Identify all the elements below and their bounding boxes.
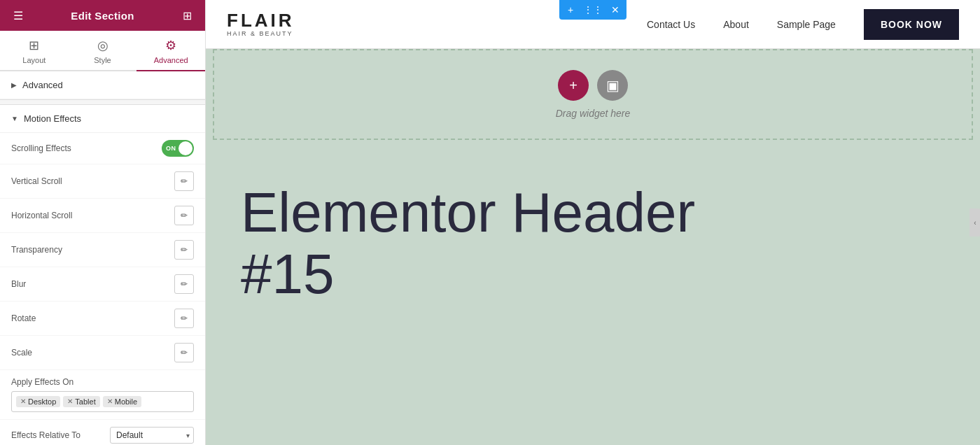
horizontal-scroll-row: Horizontal Scroll ✏ (0, 199, 205, 233)
panel-header-title: Edit Section (71, 10, 134, 22)
left-panel: ☰ Edit Section ⊞ ⊞ Layout ◎ Style ⚙ Adva… (0, 0, 206, 445)
vertical-scroll-row: Vertical Scroll ✏ (0, 164, 205, 199)
vertical-scroll-edit-btn[interactable]: ✏ (174, 171, 194, 191)
logo-subtitle: HAIR & BEAUTY (227, 31, 295, 37)
scale-row: Scale ✏ (0, 336, 205, 370)
layout-icon: ⊞ (29, 38, 39, 53)
scrolling-effects-row: Scrolling Effects ON (0, 133, 205, 164)
horizontal-scroll-label: Horizontal Scroll (11, 211, 72, 220)
big-text-section: Elementor Header #15 (206, 140, 980, 333)
widget-add-folder-btn[interactable]: ▣ (597, 70, 628, 101)
panel-header: ☰ Edit Section ⊞ (0, 0, 205, 31)
motion-effects-header[interactable]: ▼ Motion Effects (0, 105, 205, 133)
tag-mobile-remove[interactable]: ✕ (107, 398, 113, 405)
toggle-on-text: ON (166, 145, 176, 152)
tag-desktop-remove[interactable]: ✕ (20, 398, 26, 405)
tag-tablet-remove[interactable]: ✕ (67, 398, 73, 405)
drag-widget-text: Drag widget here (556, 108, 631, 119)
tab-layout-label: Layout (22, 56, 46, 64)
transparency-label: Transparency (11, 245, 62, 255)
rotate-label: Rotate (11, 313, 36, 323)
scrolling-effects-toggle-wrap[interactable]: ON (162, 140, 194, 157)
heading-line2: #15 (241, 243, 334, 305)
effects-relative-row: Effects Relative To Default Viewport Pag… (0, 420, 205, 445)
apply-effects-section: Apply Effects On ✕ Desktop ✕ Tablet ✕ Mo… (0, 370, 205, 420)
motion-effects-label: Motion Effects (24, 113, 81, 124)
apply-effects-tags-input[interactable]: ✕ Desktop ✕ Tablet ✕ Mobile (11, 391, 194, 412)
panel-body: ▶ Advanced ▼ Motion Effects Scrolling Ef… (0, 71, 205, 445)
canvas-controls: + ⋮⋮ ✕ (559, 0, 626, 20)
tag-desktop-label: Desktop (28, 397, 56, 406)
rotate-edit-btn[interactable]: ✏ (174, 309, 194, 328)
rotate-row: Rotate ✏ (0, 302, 205, 336)
widget-add-btns: + ▣ (558, 70, 628, 101)
tab-advanced-label: Advanced (154, 56, 188, 64)
tab-style[interactable]: ◎ Style (69, 31, 137, 71)
scale-label: Scale (11, 348, 32, 358)
widget-area: + ▣ Drag widget here (213, 49, 973, 140)
blur-label: Blur (11, 279, 26, 289)
scale-edit-btn[interactable]: ✏ (174, 343, 194, 362)
blur-edit-btn[interactable]: ✏ (174, 274, 194, 294)
advanced-section-row[interactable]: ▶ Advanced (0, 71, 205, 99)
folder-icon: ▣ (606, 77, 620, 94)
grid-icon[interactable]: ⊞ (178, 7, 195, 24)
tab-style-label: Style (94, 56, 111, 64)
nav-contact[interactable]: Contact Us (647, 19, 695, 30)
canvas-add-btn[interactable]: + (559, 0, 582, 20)
hamburger-icon[interactable]: ☰ (10, 7, 27, 24)
effects-relative-label: Effects Relative To (11, 430, 80, 440)
apply-effects-label: Apply Effects On (11, 377, 194, 387)
advanced-icon: ⚙ (165, 38, 176, 53)
transparency-edit-btn[interactable]: ✏ (174, 240, 194, 260)
panel-tabs: ⊞ Layout ◎ Style ⚙ Advanced (0, 31, 205, 71)
canvas-close-btn[interactable]: ✕ (604, 0, 626, 20)
blur-row: Blur ✏ (0, 267, 205, 302)
plus-icon: + (569, 78, 578, 94)
effects-relative-select-wrap: Default Viewport Page ▾ (110, 427, 194, 444)
tag-tablet-label: Tablet (75, 397, 95, 406)
right-content: FLAIR HAIR & BEAUTY Contact Us About Sam… (206, 0, 980, 445)
tag-tablet[interactable]: ✕ Tablet (63, 396, 99, 407)
tab-layout[interactable]: ⊞ Layout (0, 31, 69, 71)
nav-about[interactable]: About (723, 19, 749, 30)
tab-advanced[interactable]: ⚙ Advanced (136, 31, 205, 71)
vertical-scroll-label: Vertical Scroll (11, 176, 62, 186)
big-heading: Elementor Header #15 (241, 182, 945, 305)
tag-desktop[interactable]: ✕ Desktop (16, 396, 60, 407)
scrolling-effects-label: Scrolling Effects (11, 143, 71, 153)
canvas-drag-btn[interactable]: ⋮⋮ (582, 0, 604, 20)
motion-effects-arrow: ▼ (11, 115, 18, 122)
advanced-section-label: Advanced (22, 80, 63, 90)
tag-mobile[interactable]: ✕ Mobile (103, 396, 141, 407)
effects-relative-select[interactable]: Default Viewport Page (110, 427, 194, 444)
heading-line1: Elementor Header (241, 181, 695, 243)
advanced-arrow: ▶ (11, 81, 17, 89)
widget-add-plus-btn[interactable]: + (558, 70, 589, 101)
canvas-top-bar: + ⋮⋮ ✕ (206, 0, 980, 20)
collapse-panel-btn[interactable]: ‹ (969, 209, 980, 236)
tag-mobile-label: Mobile (115, 397, 137, 406)
transparency-row: Transparency ✏ (0, 233, 205, 267)
scrolling-effects-toggle[interactable]: ON (162, 140, 194, 157)
horizontal-scroll-edit-btn[interactable]: ✏ (174, 206, 194, 225)
style-icon: ◎ (97, 38, 108, 53)
nav-sample[interactable]: Sample Page (777, 19, 836, 30)
section-divider (0, 99, 205, 105)
